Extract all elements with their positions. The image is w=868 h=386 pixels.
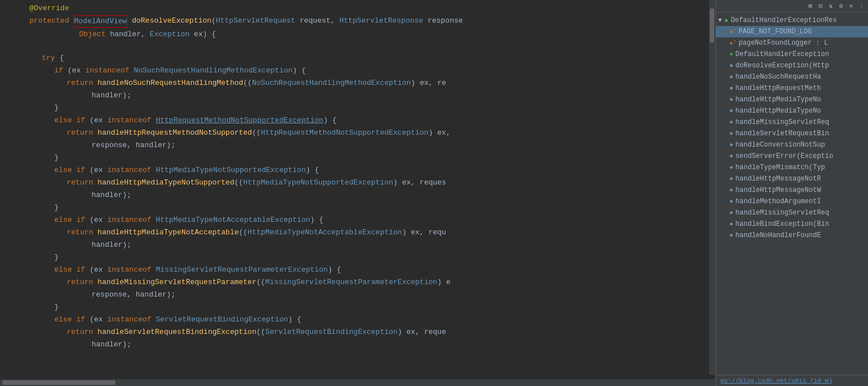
field-page-not-found-log-label: PAGE_NOT_FOUND_LOG [739, 28, 812, 36]
structure-close-icon[interactable]: ✕ [847, 2, 856, 11]
method-handle-missing-servlet-req-label: handleMissingServletReq [736, 118, 830, 126]
method-handle-missing-servlet-req-2-label: handleMissingServletReq [736, 209, 830, 217]
code-line: } [0, 301, 715, 314]
tree-item-handle-type-mismatch[interactable]: ● handleTypeMismatch(Typ [716, 162, 868, 173]
method-handle-http-media-type-not-acceptable-label: handleHttpMediaTypeNo [736, 107, 821, 115]
code-line: return handleNoSuchRequestHandlingMethod… [0, 77, 715, 89]
tree-item-handle-http-message-not-w[interactable]: ● handleHttpMessageNotW [716, 185, 868, 196]
structure-settings-icon[interactable]: ⚙ [836, 2, 845, 11]
structure-expand-all-icon[interactable]: ⊞ [806, 2, 815, 11]
code-line: response, handler); [0, 139, 715, 152]
tree-item-send-server-error[interactable]: ● sendServerError(Exceptio [716, 151, 868, 162]
vertical-scrollbar-thumb[interactable] [710, 8, 714, 42]
code-line: handler); [0, 338, 715, 351]
tree-item-handle-no-such-request[interactable]: ● handleNoSuchRequestHa [716, 71, 868, 83]
code-line: Object handler, Exception ex) { [0, 28, 715, 41]
code-line: return handleHttpMediaTypeNotSupported((… [0, 177, 715, 189]
tree-item-page-not-found-logger[interactable]: ◈ᶠ pageNotFoundLogger : L [716, 37, 868, 49]
vertical-scrollbar[interactable] [709, 0, 715, 375]
tree-item-do-resolve-exception[interactable]: ● doResolveException(Http [716, 60, 868, 71]
tree-item-handle-bind-exception[interactable]: ● handleBindException(Bin [716, 218, 868, 230]
code-line: return handleServletRequestBindingExcept… [0, 326, 715, 338]
tree-item-handle-method-argument-i[interactable]: ● handleMethodArgumentI [716, 196, 868, 207]
tree-item-handle-http-message-not-r[interactable]: ● handleHttpMessageNotR [716, 173, 868, 185]
code-content: @Override protected ModelAndView doResol… [0, 0, 715, 353]
method-icon-1: ● [729, 62, 733, 69]
code-line: } [0, 152, 715, 164]
method-handle-http-message-not-r-label: handleHttpMessageNotR [736, 175, 821, 183]
tree-item-page-not-found-log[interactable]: ◈ᶠ PAGE_NOT_FOUND_LOG [716, 26, 868, 37]
method-send-server-error-label: sendServerError(Exceptio [736, 152, 834, 160]
method-handle-type-mismatch-label: handleTypeMismatch(Typ [736, 164, 825, 171]
tree-item-handle-http-media-type-not-supported[interactable]: ● handleHttpMediaTypeNo [716, 94, 868, 105]
code-line: response, handler); [0, 289, 715, 301]
tree-item-handle-http-request-method[interactable]: ● handleHttpRequestMeth [716, 83, 868, 94]
structure-more-icon[interactable]: ⋮ [857, 2, 866, 11]
horizontal-scrollbar[interactable] [0, 379, 715, 386]
code-line: } [0, 102, 715, 114]
code-panel[interactable]: @Override protected ModelAndView doResol… [0, 0, 715, 386]
method-icon-7: ● [729, 130, 733, 137]
constructor-icon: ● [729, 51, 733, 58]
root-class-label: DefaultHandlerExceptionRes [731, 16, 836, 24]
code-line: protected ModelAndView doResolveExceptio… [0, 15, 715, 28]
constructor-label: DefaultHandlerException [736, 50, 830, 58]
horizontal-scrollbar-thumb[interactable] [2, 380, 115, 385]
code-line: else if (ex instanceof MissingServletReq… [0, 264, 715, 276]
method-do-resolve-exception-label: doResolveException(Http [736, 62, 830, 70]
method-handle-servlet-request-bin-label: handleServletRequestBin [736, 130, 830, 138]
code-line: return handleMissingServletRequestParame… [0, 276, 715, 289]
tree-item-handle-no-handler-found[interactable]: ● handleNoHandlerFoundE [716, 230, 868, 241]
method-handle-conversion-not-sup-label: handleConversionNotSup [736, 141, 825, 149]
code-line: else if (ex instanceof HttpRequestMethod… [0, 114, 715, 127]
tree-item-handle-http-media-type-not-acceptable[interactable]: ● handleHttpMediaTypeNo [716, 105, 868, 117]
code-line: handler); [0, 239, 715, 251]
method-icon-16: ● [729, 232, 733, 239]
method-handle-http-message-not-w-label: handleHttpMessageNotW [736, 186, 821, 194]
code-line: else if (ex instanceof HttpMediaTypeNotS… [0, 164, 715, 177]
method-icon-11: ● [729, 175, 733, 182]
method-icon-5: ● [729, 108, 733, 114]
method-icon-12: ● [729, 187, 733, 194]
method-icon-3: ● [729, 85, 733, 92]
method-handle-method-argument-i-label: handleMethodArgumentI [736, 198, 821, 205]
structure-content[interactable]: ▼ ● DefaultHandlerExceptionRes ◈ᶠ PAGE_N… [716, 12, 868, 375]
structure-toolbar: ⊞ ⊟ ⇅ ⚙ ✕ ⋮ [716, 0, 868, 12]
code-line: if (ex instanceof NoSuchRequestHandlingM… [0, 65, 715, 77]
tree-item-handle-missing-servlet-req[interactable]: ● handleMissingServletReq [716, 117, 868, 128]
code-line: handler); [0, 189, 715, 201]
tree-item-constructor[interactable]: ● DefaultHandlerException [716, 49, 868, 60]
structure-collapse-all-icon[interactable]: ⊟ [816, 2, 825, 11]
code-line: handler); [0, 89, 715, 102]
method-icon-9: ● [729, 153, 733, 160]
structure-panel: ⊞ ⊟ ⇅ ⚙ ✕ ⋮ ▼ ● DefaultHandlerExceptionR… [715, 0, 868, 386]
tree-item-handle-missing-servlet-req-2[interactable]: ● handleMissingServletReq [716, 207, 868, 218]
method-icon-10: ● [729, 164, 733, 171]
tree-root-item[interactable]: ▼ ● DefaultHandlerExceptionRes [716, 15, 868, 26]
method-icon-14: ● [729, 209, 733, 216]
method-handle-http-request-method-label: handleHttpRequestMeth [736, 84, 821, 92]
field-static-icon: ◈ᶠ [729, 28, 736, 35]
method-icon-4: ● [729, 96, 733, 103]
method-icon-2: ● [729, 74, 733, 80]
method-handle-no-such-request-label: handleNoSuchRequestHa [736, 73, 821, 81]
code-line: } [0, 251, 715, 264]
root-class-icon: ● [724, 16, 729, 25]
method-handle-http-media-type-not-supported-label: handleHttpMediaTypeNo [736, 96, 821, 104]
code-line: else if (ex instanceof HttpMediaTypeNotA… [0, 214, 715, 226]
method-icon-15: ● [729, 221, 733, 228]
structure-sort-icon[interactable]: ⇅ [826, 2, 835, 11]
tree-item-handle-conversion-not-sup[interactable]: ● handleConversionNotSup [716, 139, 868, 151]
tree-item-handle-servlet-request-bin[interactable]: ● handleServletRequestBin [716, 128, 868, 139]
right-bottom-link[interactable]: ps://blog.csdn.net/u011 (10 m) [720, 378, 832, 384]
highlighted-class: ModelAndView [74, 15, 128, 28]
code-line: @Override [0, 2, 715, 15]
field-page-not-found-logger-label: pageNotFoundLogger : L [739, 39, 828, 47]
field-private-icon: ◈ᶠ [729, 40, 736, 46]
code-scroll[interactable]: @Override protected ModelAndView doResol… [0, 0, 715, 386]
method-icon-6: ● [729, 119, 733, 126]
method-handle-no-handler-found-label: handleNoHandlerFoundE [736, 231, 821, 239]
tree-expand-icon[interactable]: ▼ [718, 17, 722, 24]
method-icon-8: ● [729, 141, 733, 148]
code-line: return handleHttpMediaTypeNotAcceptable(… [0, 226, 715, 239]
